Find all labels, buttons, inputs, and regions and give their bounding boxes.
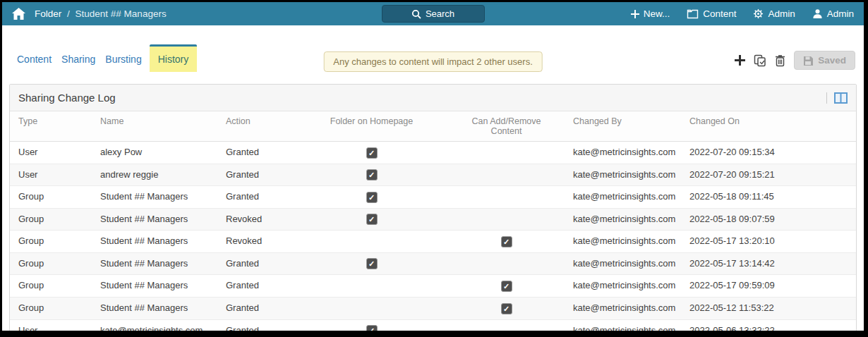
column-header-action[interactable]: Action bbox=[217, 111, 295, 141]
cell-name: Student ## Managers bbox=[92, 186, 217, 208]
cell-changed-on: 2022-05-17 13:14:42 bbox=[681, 253, 856, 275]
checkbox-checked-icon: ✓ bbox=[366, 325, 378, 331]
nav-content-label: Content bbox=[703, 8, 736, 19]
table-header-row: Type Name Action Folder on Homepage Can … bbox=[10, 111, 856, 142]
breadcrumb-current: Student ## Managers bbox=[76, 8, 167, 19]
cell-changed-by: kate@metricinsights.com bbox=[565, 186, 681, 208]
column-header-folder-on-homepage[interactable]: Folder on Homepage bbox=[295, 111, 448, 141]
breadcrumb-section[interactable]: Folder bbox=[35, 8, 61, 19]
home-icon[interactable] bbox=[12, 8, 25, 20]
action-toolbar: Saved bbox=[735, 51, 855, 70]
panel-header: Sharing Change Log bbox=[10, 85, 856, 111]
cell-can-add-remove-content: ✓ bbox=[448, 298, 565, 319]
cell-changed-by: kate@metricinsights.com bbox=[565, 231, 681, 252]
cell-can-add-remove-content: ✓ bbox=[448, 231, 565, 252]
cell-name: Student ## Managers bbox=[92, 253, 217, 275]
cell-can-add-remove-content bbox=[448, 320, 565, 331]
trash-icon bbox=[775, 54, 785, 67]
checkbox-checked-icon: ✓ bbox=[366, 169, 378, 180]
cell-action: Granted bbox=[217, 275, 295, 297]
column-header-type[interactable]: Type bbox=[10, 111, 92, 141]
nav-admin-settings[interactable]: Admin bbox=[753, 8, 795, 19]
table-row: GroupStudent ## ManagersRevoked✓kate@met… bbox=[10, 209, 856, 231]
topbar: Folder / Student ## Managers Search New.… bbox=[2, 2, 864, 25]
breadcrumb: Folder / Student ## Managers bbox=[35, 8, 167, 19]
cell-can-add-remove-content bbox=[448, 186, 565, 208]
table-row: GroupStudent ## ManagersGranted✓kate@met… bbox=[10, 253, 856, 276]
cell-action: Granted bbox=[217, 164, 295, 186]
cell-name: andrew reggie bbox=[92, 164, 217, 186]
cell-name: Student ## Managers bbox=[92, 298, 217, 319]
impact-alert-text: Any changes to content will impact 2 oth… bbox=[333, 56, 533, 67]
column-header-name[interactable]: Name bbox=[92, 111, 217, 141]
header-zone: Content Sharing Bursting History Any cha… bbox=[2, 25, 864, 84]
checkbox-checked-icon: ✓ bbox=[366, 192, 378, 203]
tab-bursting[interactable]: Bursting bbox=[100, 44, 146, 72]
tab-history[interactable]: History bbox=[150, 44, 198, 72]
cell-action: Granted bbox=[217, 186, 295, 208]
topbar-left: Folder / Student ## Managers bbox=[12, 8, 167, 20]
table-body: Useralexy PowGranted✓kate@metricinsights… bbox=[10, 142, 856, 331]
column-header-changed-on[interactable]: Changed On bbox=[681, 111, 856, 141]
column-header-can-add-remove-content[interactable]: Can Add/Remove Content bbox=[448, 111, 565, 141]
tab-content[interactable]: Content bbox=[12, 44, 56, 72]
saved-button[interactable]: Saved bbox=[794, 51, 855, 70]
copy-icon bbox=[754, 54, 766, 67]
checkbox-checked-icon: ✓ bbox=[501, 303, 512, 314]
table-row: Useralexy PowGranted✓kate@metricinsights… bbox=[10, 142, 856, 164]
table-row: Userkate@metricinsights.comGranted✓kate@… bbox=[10, 320, 856, 331]
column-header-changed-by[interactable]: Changed By bbox=[565, 111, 681, 141]
panel-tools bbox=[826, 92, 848, 104]
sharing-change-log-panel: Sharing Change Log Type Name Action Fold… bbox=[9, 84, 857, 331]
cell-type: Group bbox=[10, 231, 92, 252]
cell-changed-by: kate@metricinsights.com bbox=[565, 298, 681, 319]
cell-type: Group bbox=[10, 298, 92, 319]
gear-icon bbox=[753, 8, 764, 19]
checkbox-checked-icon: ✓ bbox=[501, 236, 512, 247]
cell-type: Group bbox=[10, 253, 92, 275]
cell-changed-by: kate@metricinsights.com bbox=[565, 275, 681, 297]
cell-type: User bbox=[10, 142, 92, 164]
cell-folder-on-homepage: ✓ bbox=[295, 186, 448, 208]
table-row: GroupStudent ## ManagersGranted✓kate@met… bbox=[10, 186, 856, 209]
topbar-nav: New... Content bbox=[631, 8, 854, 19]
cell-folder-on-homepage: ✓ bbox=[295, 142, 448, 164]
columns-button[interactable] bbox=[834, 92, 848, 104]
divider bbox=[826, 92, 827, 104]
add-button[interactable] bbox=[735, 55, 745, 66]
cell-changed-by: kate@metricinsights.com bbox=[565, 164, 681, 186]
cell-changed-on: 2022-05-17 09:59:09 bbox=[681, 275, 856, 297]
cell-changed-on: 2022-07-20 09:15:34 bbox=[681, 142, 856, 164]
cell-name: kate@metricinsights.com bbox=[92, 320, 217, 331]
delete-button[interactable] bbox=[775, 54, 785, 67]
plus-icon bbox=[735, 55, 745, 66]
save-icon bbox=[803, 56, 813, 66]
nav-content[interactable]: Content bbox=[687, 8, 736, 19]
copy-button[interactable] bbox=[754, 54, 766, 67]
nav-admin-user-label: Admin bbox=[827, 8, 854, 19]
cell-name: Student ## Managers bbox=[92, 231, 217, 252]
cell-name: Student ## Managers bbox=[92, 275, 217, 297]
table-row: Userandrew reggieGranted✓kate@metricinsi… bbox=[10, 164, 856, 187]
table-row: GroupStudent ## ManagersGranted✓kate@met… bbox=[10, 275, 856, 298]
cell-folder-on-homepage bbox=[295, 231, 448, 252]
cell-type: Group bbox=[10, 209, 92, 231]
cell-name: Student ## Managers bbox=[92, 209, 217, 231]
cell-can-add-remove-content bbox=[448, 209, 565, 231]
cell-type: User bbox=[10, 320, 92, 331]
cell-changed-on: 2022-05-12 11:53:22 bbox=[681, 298, 856, 319]
cell-folder-on-homepage: ✓ bbox=[295, 164, 448, 186]
nav-new-label: New... bbox=[644, 8, 670, 19]
tab-bar: Content Sharing Bursting History bbox=[12, 44, 197, 72]
tab-sharing[interactable]: Sharing bbox=[56, 44, 100, 72]
nav-new[interactable]: New... bbox=[631, 8, 670, 19]
cell-folder-on-homepage: ✓ bbox=[295, 320, 448, 331]
cell-action: Granted bbox=[217, 142, 295, 164]
folder-icon bbox=[687, 9, 699, 19]
page: Folder / Student ## Managers Search New.… bbox=[2, 2, 864, 331]
nav-admin-user[interactable]: Admin bbox=[812, 8, 854, 19]
cell-name: alexy Pow bbox=[92, 142, 217, 164]
cell-folder-on-homepage: ✓ bbox=[295, 209, 448, 231]
cell-changed-on: 2022-05-17 13:20:10 bbox=[681, 231, 856, 252]
search-button[interactable]: Search bbox=[382, 5, 485, 23]
